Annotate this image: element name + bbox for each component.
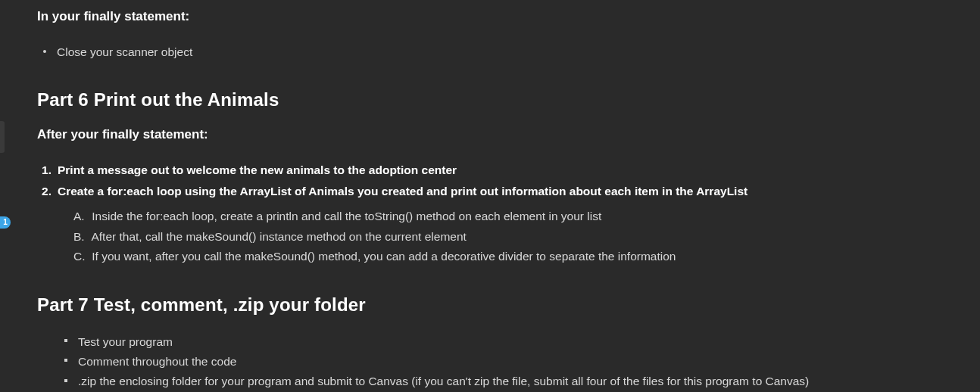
part6-steps: Print a message out to welcome the new a… (37, 160, 957, 201)
substep-text: After that, call the makeSound() instanc… (91, 230, 466, 243)
list-item: C. If you want, after you call the makeS… (73, 247, 957, 266)
substep-text: Inside the for:each loop, create a print… (92, 210, 601, 222)
list-item: Print a message out to welcome the new a… (42, 160, 957, 180)
list-item: Create a for:each loop using the ArrayLi… (42, 182, 957, 201)
part7-title: Part 7 Test, comment, .zip your folder (37, 294, 957, 316)
list-item: A. Inside the for:each loop, create a pr… (73, 207, 957, 226)
substep-letter: B. (73, 227, 89, 247)
list-item: .zip the enclosing folder for your progr… (69, 372, 957, 391)
rail-tab[interactable] (0, 121, 5, 153)
substep-letter: A. (73, 207, 89, 226)
intro-bullet-list: Close your scanner object (37, 42, 957, 62)
list-item: Test your program (69, 332, 957, 352)
list-item: Comment throughout the code (69, 352, 957, 372)
document-content: In your finally statement: Close your sc… (37, 0, 957, 392)
list-item: Close your scanner object (48, 42, 957, 62)
rail-badge[interactable]: 1 (0, 216, 11, 229)
part6-title: Part 6 Print out the Animals (37, 89, 957, 110)
intro-heading: In your finally statement: (37, 9, 957, 24)
substep-letter: C. (73, 247, 89, 266)
part6-sub: After your finally statement: (37, 127, 957, 142)
list-item: B. After that, call the makeSound() inst… (73, 227, 957, 247)
side-rail: 1 (0, 0, 15, 392)
substep-text: If you want, after you call the makeSoun… (92, 250, 676, 263)
part7-bullets: Test your program Comment throughout the… (37, 332, 957, 392)
part6-substeps: A. Inside the for:each loop, create a pr… (37, 207, 957, 266)
